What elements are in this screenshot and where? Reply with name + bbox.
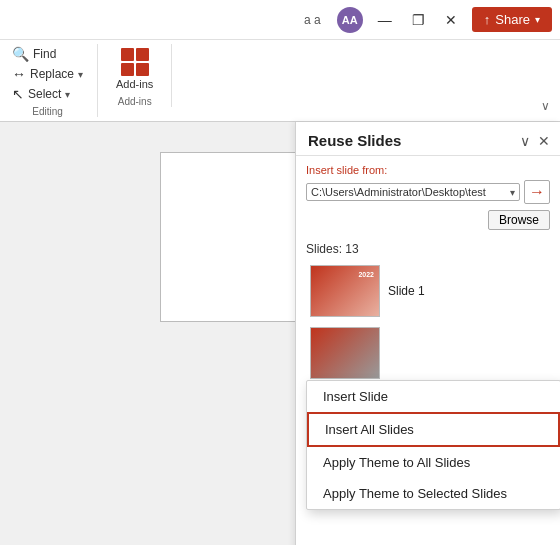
slide-thumbnail-2: [310, 327, 380, 379]
slide-label-1: Slide 1: [388, 284, 425, 298]
slide-item[interactable]: 2022 Slide 1: [306, 262, 550, 320]
find-icon: 🔍: [12, 46, 29, 62]
replace-label: Replace: [30, 67, 74, 81]
addin-cell-2: [136, 48, 149, 61]
addins-button[interactable]: Add-ins: [108, 44, 161, 94]
addin-cell-4: [136, 63, 149, 76]
insert-from-label: Insert slide from:: [306, 164, 550, 176]
slide-year: 2022: [358, 271, 374, 278]
avatar[interactable]: AA: [337, 7, 363, 33]
panel-header-icons: ∨ ✕: [520, 133, 550, 149]
select-icon: ↖: [12, 86, 24, 102]
share-button[interactable]: ↑ Share ▾: [472, 7, 552, 32]
addins-label: Add-ins: [116, 78, 153, 90]
path-row: ▾ →: [306, 180, 550, 204]
slides-count: Slides: 13: [306, 242, 550, 256]
find-label: Find: [33, 47, 56, 61]
context-menu-insert-slide[interactable]: Insert Slide: [307, 381, 560, 412]
find-button[interactable]: 🔍 Find: [8, 44, 87, 64]
editing-group-label: Editing: [32, 106, 63, 117]
title-bar-controls: a a AA — ❐ ✕ ↑ Share ▾: [304, 7, 552, 33]
slide-thumbnail-1: 2022: [310, 265, 380, 317]
context-menu-apply-theme-selected[interactable]: Apply Theme to Selected Slides: [307, 478, 560, 509]
browse-row: Browse: [306, 210, 550, 236]
select-dropdown: ▾: [65, 89, 70, 100]
replace-button[interactable]: ↔ Replace ▾: [8, 64, 87, 84]
panel-body: Insert slide from: ▾ → Browse Slides: 13…: [296, 156, 560, 545]
replace-dropdown: ▾: [78, 69, 83, 80]
addins-ribbon-group: Add-ins Add-ins: [108, 44, 172, 107]
path-dropdown-arrow[interactable]: ▾: [510, 187, 515, 198]
share-label: Share: [495, 12, 530, 27]
context-menu-apply-theme-all[interactable]: Apply Theme to All Slides: [307, 447, 560, 478]
reuse-slides-panel: Reuse Slides ∨ ✕ Insert slide from: ▾ → …: [295, 122, 560, 545]
share-dropdown-arrow: ▾: [535, 14, 540, 25]
context-menu: Insert Slide Insert All Slides Apply The…: [306, 380, 560, 510]
path-input-container[interactable]: ▾: [306, 183, 520, 201]
slide-list: 2022 Slide 1 Insert Slide Inser: [306, 262, 550, 545]
panel-title: Reuse Slides: [308, 132, 401, 149]
select-label: Select: [28, 87, 61, 101]
ribbon-expand-button[interactable]: ∨: [539, 97, 552, 115]
select-button[interactable]: ↖ Select ▾: [8, 84, 87, 104]
ribbon: 🔍 Find ↔ Replace ▾ ↖ Select ▾ Editing Ad…: [0, 40, 560, 122]
title-bar: a a AA — ❐ ✕ ↑ Share ▾: [0, 0, 560, 40]
context-menu-insert-all-slides[interactable]: Insert All Slides: [307, 412, 560, 447]
slide-item[interactable]: [306, 324, 550, 382]
editing-ribbon-group: 🔍 Find ↔ Replace ▾ ↖ Select ▾ Editing: [8, 44, 98, 117]
addin-cell-1: [121, 48, 134, 61]
panel-header: Reuse Slides ∨ ✕: [296, 122, 560, 156]
path-input[interactable]: [311, 186, 510, 198]
addins-grid-icon: [121, 48, 149, 76]
close-button[interactable]: ✕: [440, 10, 462, 30]
browse-button[interactable]: Browse: [488, 210, 550, 230]
share-icon: ↑: [484, 12, 491, 27]
minimize-button[interactable]: —: [373, 10, 397, 30]
panel-collapse-button[interactable]: ∨: [520, 133, 530, 149]
path-go-button[interactable]: →: [524, 180, 550, 204]
replace-icon: ↔: [12, 66, 26, 82]
main-area: Reuse Slides ∨ ✕ Insert slide from: ▾ → …: [0, 122, 560, 545]
title-text: a a: [304, 13, 321, 27]
panel-close-button[interactable]: ✕: [538, 133, 550, 149]
addin-cell-3: [121, 63, 134, 76]
maximize-button[interactable]: ❐: [407, 10, 430, 30]
addins-group-label: Add-ins: [118, 96, 152, 107]
